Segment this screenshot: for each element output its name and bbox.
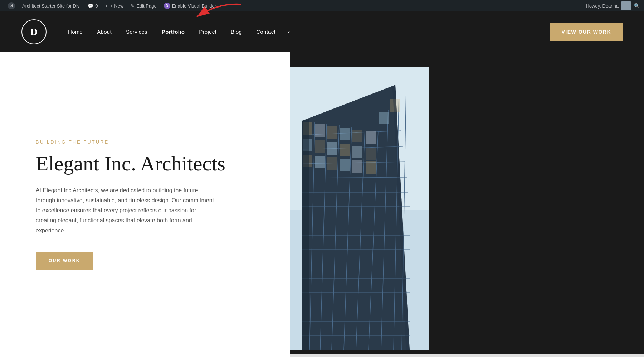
- comment-count: 0: [95, 3, 98, 9]
- nav-contact[interactable]: Contact: [249, 29, 283, 35]
- nav-home[interactable]: Home: [61, 29, 90, 35]
- howdy-text: Howdy, Deanna: [586, 3, 619, 9]
- admin-bar-right: Howdy, Deanna 🔍: [586, 1, 640, 10]
- site-header: D Home About Services Portfolio Project …: [0, 11, 644, 52]
- svg-rect-34: [379, 112, 389, 124]
- enable-vb-item[interactable]: D Enable Visual Builder: [160, 0, 220, 11]
- svg-rect-41: [366, 148, 376, 160]
- nav-services[interactable]: Services: [119, 29, 155, 35]
- hero-right-section: [290, 52, 644, 357]
- svg-rect-44: [327, 157, 337, 170]
- view-work-button[interactable]: VIEW OUR WORK: [550, 23, 623, 41]
- nav-project[interactable]: Project: [192, 29, 224, 35]
- comments-item[interactable]: 💬 0: [84, 0, 101, 11]
- our-work-button[interactable]: OUR WORK: [36, 252, 93, 270]
- nav-blog[interactable]: Blog: [224, 29, 249, 35]
- svg-rect-38: [327, 142, 337, 155]
- hero-description: At Elegant Inc Architects, we are dedica…: [36, 185, 215, 236]
- pencil-icon: ✎: [131, 3, 135, 9]
- svg-rect-31: [340, 128, 350, 140]
- svg-rect-37: [315, 140, 325, 153]
- nav-about[interactable]: About: [90, 29, 119, 35]
- edit-page-item[interactable]: ✎ Edit Page: [127, 0, 160, 11]
- site-title-text: Architect Starter Site for Divi: [22, 3, 80, 9]
- nav-search-icon[interactable]: ⚬: [283, 28, 294, 35]
- hero-left-section: BUILDING THE FUTURE Elegant Inc. Archite…: [0, 52, 290, 357]
- svg-rect-46: [352, 160, 362, 173]
- edit-page-label: Edit Page: [136, 3, 156, 9]
- svg-rect-40: [352, 146, 362, 158]
- site-logo[interactable]: D: [21, 19, 47, 44]
- svg-rect-39: [340, 144, 350, 156]
- admin-bar: ✖ Architect Starter Site for Divi 💬 0 + …: [0, 0, 644, 11]
- svg-rect-47: [366, 161, 376, 174]
- user-avatar: [621, 1, 631, 10]
- hero-subtitle: BUILDING THE FUTURE: [36, 139, 254, 145]
- building-svg: [274, 67, 429, 350]
- hero-title: Elegant Inc. Architects: [36, 152, 254, 176]
- building-image: [274, 67, 429, 350]
- admin-search-icon[interactable]: 🔍: [634, 3, 640, 9]
- svg-marker-48: [302, 119, 309, 350]
- wordpress-icon: ✖: [8, 2, 15, 9]
- new-item[interactable]: + + New: [102, 0, 127, 11]
- site-title-item[interactable]: Architect Starter Site for Divi: [19, 0, 84, 11]
- svg-rect-33: [366, 131, 376, 144]
- enable-vb-label: Enable Visual Builder: [172, 3, 216, 9]
- new-label: + New: [110, 3, 123, 9]
- svg-rect-30: [327, 126, 337, 139]
- main-content: BUILDING THE FUTURE Elegant Inc. Archite…: [0, 52, 644, 357]
- svg-rect-29: [315, 124, 325, 137]
- svg-rect-32: [352, 130, 362, 142]
- divi-icon: D: [164, 3, 170, 9]
- new-icon: +: [105, 3, 108, 9]
- svg-rect-43: [315, 156, 325, 168]
- nav-portfolio[interactable]: Portfolio: [155, 29, 192, 35]
- comment-icon: 💬: [88, 3, 93, 9]
- wp-logo-item[interactable]: ✖: [4, 0, 19, 11]
- site-nav: Home About Services Portfolio Project Bl…: [61, 28, 550, 35]
- svg-rect-45: [340, 159, 350, 171]
